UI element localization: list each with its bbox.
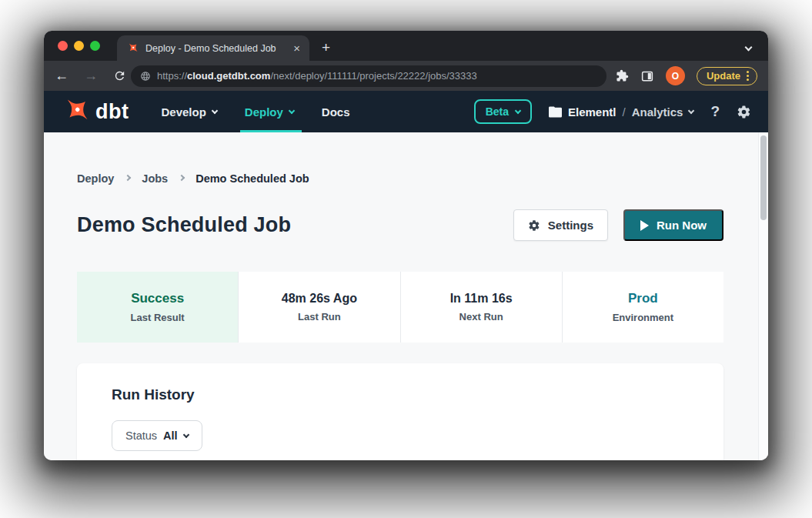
- browser-toolbar: ← → https://cloud.getdbt.com/next/deploy…: [44, 61, 768, 91]
- job-stats-row: Success Last Result 48m 26s Ago Last Run…: [77, 272, 723, 343]
- breadcrumb-current: Demo Scheduled Job: [195, 172, 309, 185]
- browser-menu-icon[interactable]: [747, 71, 749, 81]
- tab-title: Deploy - Demo Scheduled Job: [145, 43, 286, 54]
- page-title: Demo Scheduled Job: [77, 213, 513, 237]
- chevron-down-icon: [688, 107, 694, 113]
- stat-next-run: In 11m 16s Next Run: [400, 272, 562, 343]
- scrollbar-track[interactable]: [758, 132, 768, 460]
- stat-label: Environment: [613, 312, 673, 323]
- page-content: Deploy Jobs Demo Scheduled Job Demo Sche…: [44, 132, 768, 460]
- globe-icon: [140, 71, 151, 82]
- status-filter-dropdown[interactable]: Status All: [112, 420, 202, 451]
- new-tab-button[interactable]: +: [322, 39, 330, 56]
- stat-value: In 11m 16s: [450, 292, 513, 306]
- tab-close-icon[interactable]: ×: [293, 42, 300, 54]
- dbt-logo[interactable]: dbt: [61, 97, 129, 126]
- close-window-button[interactable]: [58, 41, 68, 51]
- stat-last-result: Success Last Result: [77, 272, 238, 343]
- gear-icon: [528, 219, 540, 232]
- chevron-down-icon: [182, 431, 189, 437]
- nav-item-develop[interactable]: Develop: [161, 91, 216, 132]
- nav-item-docs[interactable]: Docs: [322, 91, 350, 132]
- side-panel-icon[interactable]: [640, 69, 654, 83]
- scrollbar-thumb[interactable]: [760, 135, 767, 220]
- url-bar[interactable]: https://cloud.getdbt.com/next/deploy/111…: [131, 65, 606, 87]
- window-controls: [44, 31, 111, 61]
- browser-update-button[interactable]: Update: [697, 67, 757, 85]
- chevron-right-icon: [179, 175, 185, 181]
- browser-tab[interactable]: Deploy - Demo Scheduled Job ×: [117, 35, 309, 61]
- dbt-brand-text: dbt: [95, 100, 129, 124]
- forward-button: →: [84, 68, 98, 84]
- folder-icon: [549, 106, 562, 118]
- dbt-favicon-icon: [126, 42, 139, 55]
- settings-gear-icon[interactable]: [737, 105, 751, 119]
- screenshot-stage: Deploy - Demo Scheduled Job × + ← →: [0, 0, 812, 518]
- project-name: Analytics: [632, 105, 683, 119]
- toolbar-right-cluster: O Update: [616, 66, 757, 85]
- navbar-right-cluster: Beta Elementl / Analytics ?: [474, 99, 751, 124]
- breadcrumb: Deploy Jobs Demo Scheduled Job: [77, 132, 723, 185]
- run-now-button[interactable]: Run Now: [623, 209, 723, 241]
- browser-tab-strip: Deploy - Demo Scheduled Job × +: [44, 31, 768, 61]
- account-project-switcher[interactable]: Elementl / Analytics: [549, 105, 693, 119]
- play-icon: [640, 220, 649, 231]
- breadcrumb-deploy[interactable]: Deploy: [77, 172, 114, 185]
- chevron-down-icon: [212, 107, 218, 113]
- profile-avatar[interactable]: O: [666, 66, 685, 85]
- tab-list-chevron-icon[interactable]: [745, 44, 753, 52]
- account-name: Elementl: [568, 105, 617, 119]
- stat-value: 48m 26s Ago: [282, 292, 357, 306]
- stat-environment: Prod Environment: [562, 272, 723, 343]
- chevron-right-icon: [125, 175, 131, 181]
- breadcrumb-jobs[interactable]: Jobs: [142, 172, 168, 185]
- help-button[interactable]: ?: [710, 103, 720, 120]
- stat-last-run: 48m 26s Ago Last Run: [238, 272, 399, 343]
- run-history-card: Run History Status All: [77, 363, 723, 460]
- back-button[interactable]: ←: [55, 68, 69, 84]
- extensions-puzzle-icon[interactable]: [616, 69, 629, 82]
- url-text: https://cloud.getdbt.com/next/deploy/111…: [157, 70, 477, 82]
- dbt-navbar: dbt Develop Deploy Docs Beta: [44, 91, 768, 132]
- nav-item-deploy[interactable]: Deploy: [245, 91, 294, 132]
- stat-label: Last Run: [298, 311, 341, 322]
- settings-button[interactable]: Settings: [513, 209, 608, 241]
- stat-value: Success: [131, 291, 184, 306]
- stat-label: Last Result: [131, 312, 185, 323]
- chevron-down-icon: [289, 107, 295, 113]
- beta-dropdown[interactable]: Beta: [474, 99, 532, 124]
- stat-value: Prod: [628, 291, 658, 306]
- browser-window: Deploy - Demo Scheduled Job × + ← →: [44, 31, 768, 460]
- maximize-window-button[interactable]: [90, 41, 100, 51]
- reload-button[interactable]: [113, 69, 126, 82]
- stat-label: Next Run: [459, 311, 503, 322]
- minimize-window-button[interactable]: [74, 41, 84, 51]
- chevron-down-icon: [515, 107, 521, 113]
- run-history-title: Run History: [112, 386, 689, 403]
